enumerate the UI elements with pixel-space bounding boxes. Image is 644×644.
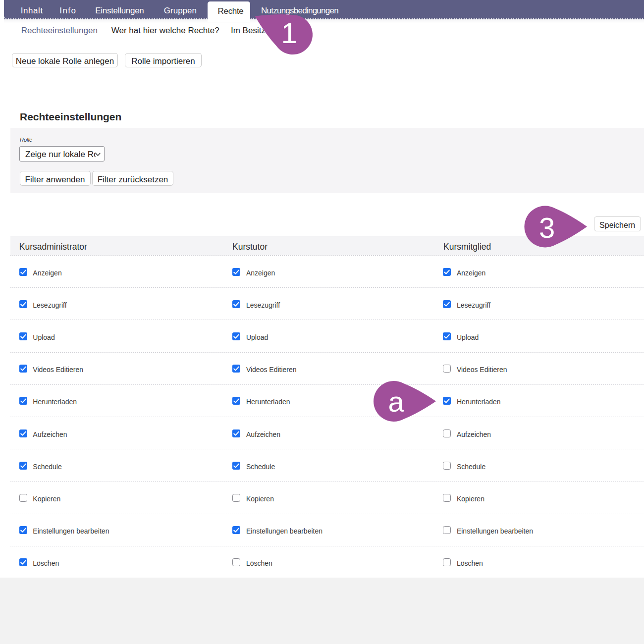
svg-text:3: 3 <box>539 212 555 244</box>
svg-text:a: a <box>388 385 405 418</box>
svg-text:1: 1 <box>281 17 297 49</box>
